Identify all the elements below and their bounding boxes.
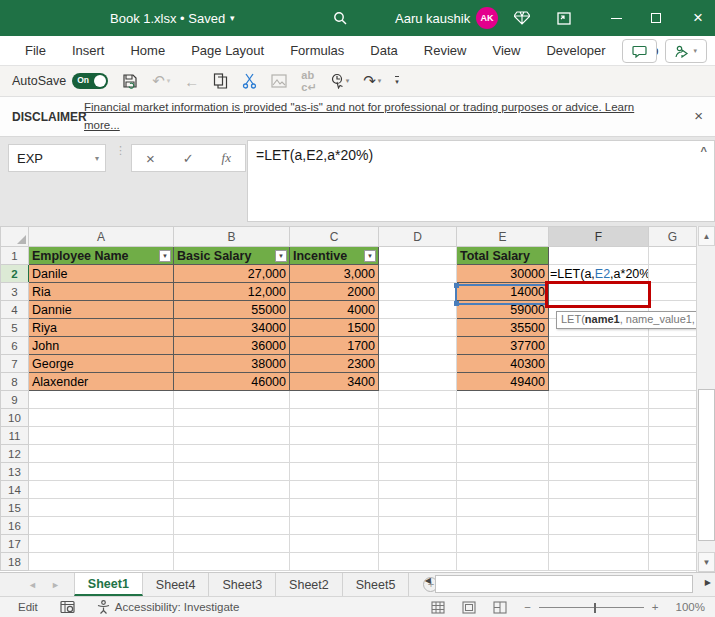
cell-e16[interactable] [457, 517, 549, 535]
maximize-button[interactable] [640, 0, 672, 36]
cell-a17[interactable] [29, 535, 174, 553]
cell-a15[interactable] [29, 499, 174, 517]
ribbon-tab-data[interactable]: Data [357, 36, 410, 65]
cell-g8[interactable] [649, 373, 697, 391]
redo-icon[interactable]: ↷▾ [363, 72, 381, 90]
sheet-tab-sheet1[interactable]: Sheet1 [74, 573, 143, 596]
cell-a14[interactable] [29, 481, 174, 499]
cell-header-total[interactable]: Total Salary [457, 247, 549, 265]
sheet-tab-sheet2[interactable]: Sheet2 [276, 573, 343, 596]
ribbon-tab-file[interactable]: File [12, 36, 59, 65]
cell-header-basic[interactable]: Basic Salary▼ [174, 247, 290, 265]
cell-d11[interactable] [379, 427, 457, 445]
customize-qat-icon[interactable]: ▾ [395, 76, 399, 86]
sheet-tab-sheet5[interactable]: Sheet5 [343, 573, 410, 596]
cut-icon[interactable] [242, 73, 257, 89]
cell-a6[interactable]: John [29, 337, 174, 355]
cell-b13[interactable] [174, 463, 290, 481]
cell-a2[interactable]: Danile [29, 265, 174, 283]
cell-d12[interactable] [379, 445, 457, 463]
cell-b8[interactable]: 46000 [174, 373, 290, 391]
page-break-preview-button[interactable] [493, 601, 507, 614]
cell-b18[interactable] [174, 553, 290, 571]
cell-b10[interactable] [174, 409, 290, 427]
cell-a5[interactable]: Riya [29, 319, 174, 337]
cell-a8[interactable]: Alaxender [29, 373, 174, 391]
cell-a12[interactable] [29, 445, 174, 463]
document-title-menu[interactable]: Book 1.xlsx • Saved ▾ [110, 11, 235, 26]
cell-e14[interactable] [457, 481, 549, 499]
cell-g11[interactable] [649, 427, 697, 445]
cell-a9[interactable] [29, 391, 174, 409]
cell-g14[interactable] [649, 481, 697, 499]
cell-d9[interactable] [379, 391, 457, 409]
cell-b15[interactable] [174, 499, 290, 517]
enter-button[interactable]: ✓ [183, 151, 194, 166]
row-header-3[interactable]: 3 [1, 283, 29, 301]
sheet-tab-sheet4[interactable]: Sheet4 [143, 573, 210, 596]
cell-e2[interactable]: 30000 [457, 265, 549, 283]
cell-c11[interactable] [290, 427, 379, 445]
row-header-14[interactable]: 14 [1, 481, 29, 499]
row-header-11[interactable]: 11 [1, 427, 29, 445]
cell-b4[interactable]: 55000 [174, 301, 290, 319]
row-header-4[interactable]: 4 [1, 301, 29, 319]
cell-f18[interactable] [549, 553, 649, 571]
cell-f14[interactable] [549, 481, 649, 499]
cell-e4[interactable]: 59000 [457, 301, 549, 319]
cell-b7[interactable]: 38000 [174, 355, 290, 373]
cell-g6[interactable] [649, 337, 697, 355]
cell-e3[interactable]: 14000 [457, 283, 549, 301]
cell-c17[interactable] [290, 535, 379, 553]
cell-header-incentive[interactable]: Incentive▼ [290, 247, 379, 265]
cell-c15[interactable] [290, 499, 379, 517]
cell-d15[interactable] [379, 499, 457, 517]
cell-a10[interactable] [29, 409, 174, 427]
row-header-8[interactable]: 8 [1, 373, 29, 391]
cell-d4[interactable] [379, 301, 457, 319]
cell-c4[interactable]: 4000 [290, 301, 379, 319]
cell-f3[interactable] [549, 283, 649, 301]
cell-e9[interactable] [457, 391, 549, 409]
cell-d17[interactable] [379, 535, 457, 553]
cell-d8[interactable] [379, 373, 457, 391]
row-header-15[interactable]: 15 [1, 499, 29, 517]
chevron-down-icon[interactable]: ▾ [95, 154, 99, 163]
cell-c14[interactable] [290, 481, 379, 499]
cell-g1[interactable] [649, 247, 697, 265]
cell-d7[interactable] [379, 355, 457, 373]
column-header-c[interactable]: C [290, 227, 379, 247]
cell-f13[interactable] [549, 463, 649, 481]
cell-e17[interactable] [457, 535, 549, 553]
cell-b6[interactable]: 36000 [174, 337, 290, 355]
cell-f2[interactable]: =LET(a,E2,a*20%) [549, 265, 649, 283]
cell-b14[interactable] [174, 481, 290, 499]
row-header-13[interactable]: 13 [1, 463, 29, 481]
cell-a16[interactable] [29, 517, 174, 535]
name-box[interactable]: EXP ▾ [8, 144, 106, 172]
cell-f9[interactable] [549, 391, 649, 409]
cell-e18[interactable] [457, 553, 549, 571]
row-header-12[interactable]: 12 [1, 445, 29, 463]
cell-c16[interactable] [290, 517, 379, 535]
cell-d18[interactable] [379, 553, 457, 571]
share-button[interactable]: ▾ [665, 39, 707, 63]
cell-e7[interactable]: 40300 [457, 355, 549, 373]
cell-c12[interactable] [290, 445, 379, 463]
cell-e13[interactable] [457, 463, 549, 481]
column-header-e[interactable]: E [457, 227, 549, 247]
close-icon[interactable]: × [694, 107, 703, 124]
sheet-nav-left-icon[interactable]: ◄ [28, 580, 37, 590]
column-header-d[interactable]: D [379, 227, 457, 247]
row-header-16[interactable]: 16 [1, 517, 29, 535]
row-header-6[interactable]: 6 [1, 337, 29, 355]
filter-dropdown-icon[interactable]: ▼ [364, 250, 376, 262]
column-header-f[interactable]: F [549, 227, 649, 247]
cell-a3[interactable]: Ria [29, 283, 174, 301]
close-button[interactable]: × [682, 0, 714, 36]
row-header-17[interactable]: 17 [1, 535, 29, 553]
cell-f16[interactable] [549, 517, 649, 535]
row-header-1[interactable]: 1 [1, 247, 29, 265]
cell-c5[interactable]: 1500 [290, 319, 379, 337]
cell-d16[interactable] [379, 517, 457, 535]
